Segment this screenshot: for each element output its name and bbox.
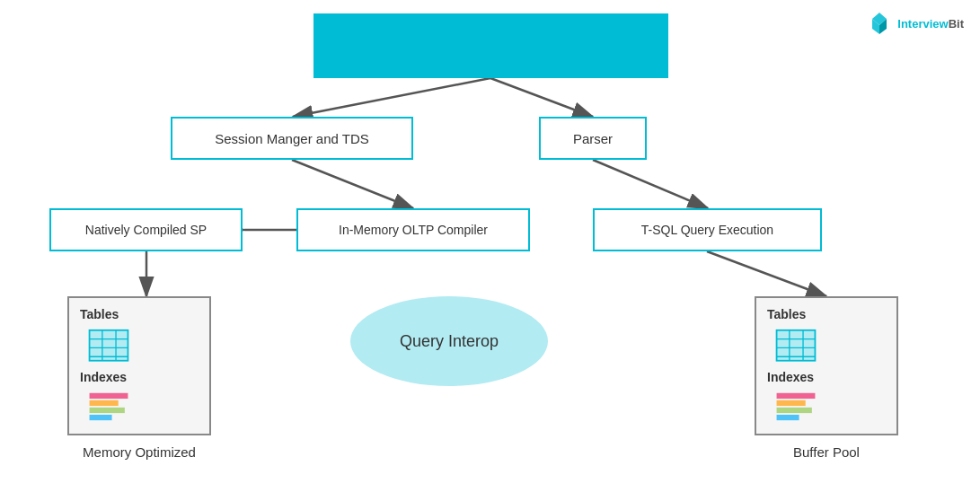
mem-index-icon xyxy=(85,391,132,426)
svg-rect-15 xyxy=(90,392,128,398)
svg-rect-17 xyxy=(90,407,125,412)
svg-rect-27 xyxy=(777,407,812,412)
mem-tables-label: Tables xyxy=(80,307,119,321)
svg-rect-28 xyxy=(777,414,799,419)
svg-line-3 xyxy=(490,78,593,117)
svg-rect-26 xyxy=(777,400,806,405)
natively-compiled-box: Natively Compiled SP xyxy=(49,208,243,251)
memory-optimized-storage: Tables Indexes xyxy=(67,296,211,435)
interviewbit-logo-icon xyxy=(867,11,892,36)
buf-tables-label: Tables xyxy=(767,307,806,321)
svg-line-2 xyxy=(293,78,490,117)
buffer-pool-label: Buffer Pool xyxy=(755,444,898,460)
interviewbit-logo-text: InterviewBit xyxy=(897,17,964,31)
buf-index-icon xyxy=(773,391,819,426)
session-manager-label: Session Manger and TDS xyxy=(215,131,368,146)
svg-rect-18 xyxy=(90,414,112,419)
tsql-execution-label: T-SQL Query Execution xyxy=(641,223,773,237)
mem-indexes-label: Indexes xyxy=(80,370,127,384)
memory-optimized-label: Memory Optimized xyxy=(67,444,211,460)
query-interop-ellipse: Query Interop xyxy=(350,296,548,386)
svg-rect-16 xyxy=(90,400,119,405)
parser-box: Parser xyxy=(539,117,647,160)
diagram-container: Session Manger and TDS Parser Natively C… xyxy=(0,0,980,492)
svg-line-5 xyxy=(593,160,708,208)
buf-indexes-label: Indexes xyxy=(767,370,814,384)
svg-line-4 xyxy=(292,160,413,208)
mem-table-icon xyxy=(85,329,132,363)
natively-compiled-label: Natively Compiled SP xyxy=(85,223,207,237)
svg-rect-25 xyxy=(777,392,816,398)
svg-line-8 xyxy=(707,251,826,296)
query-interop-label: Query Interop xyxy=(400,332,499,351)
client-application-box xyxy=(313,13,668,78)
inmemory-oltp-box: In-Memory OLTP Compiler xyxy=(296,208,530,251)
session-manager-box: Session Manger and TDS xyxy=(171,117,413,160)
interviewbit-logo: InterviewBit xyxy=(867,11,964,36)
buf-table-icon xyxy=(773,329,819,363)
buffer-pool-storage: Tables Indexes xyxy=(755,296,898,435)
parser-label: Parser xyxy=(573,131,613,146)
inmemory-oltp-label: In-Memory OLTP Compiler xyxy=(339,223,488,237)
tsql-execution-box: T-SQL Query Execution xyxy=(593,208,822,251)
